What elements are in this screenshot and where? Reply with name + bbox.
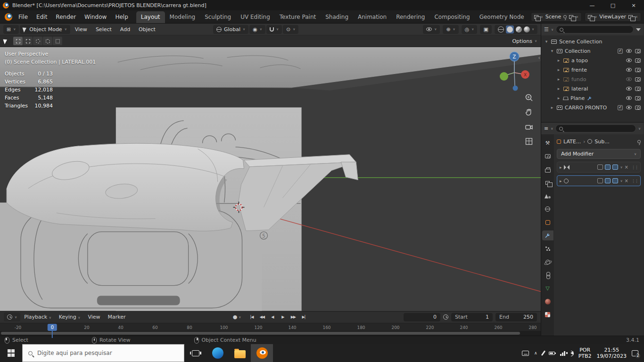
hide-eye-icon[interactable] <box>626 87 632 90</box>
toggle-xray-button[interactable]: ▣ <box>480 25 491 34</box>
hide-eye-icon[interactable] <box>626 58 632 62</box>
auto-key-button[interactable]: ●∨ <box>233 314 241 320</box>
filter-icon[interactable] <box>636 28 641 31</box>
playhead[interactable]: 0 <box>48 324 57 331</box>
disable-render-icon[interactable] <box>635 106 641 110</box>
expander-icon[interactable]: ▸ <box>556 67 561 72</box>
menu-edit[interactable]: Edit <box>32 12 51 22</box>
task-view-button[interactable] <box>184 344 206 362</box>
menu-help[interactable]: Help <box>111 12 132 22</box>
material-shading-button[interactable] <box>516 26 522 33</box>
collection-checkbox[interactable]: ✓ <box>618 49 623 54</box>
disable-render-icon[interactable] <box>635 77 641 82</box>
menu-marker[interactable]: Marker <box>104 314 130 320</box>
current-frame-field[interactable]: 0 <box>404 313 440 321</box>
outliner-row-a-topo[interactable]: ▸ a topo <box>541 56 644 65</box>
show-gizmo-dropdown[interactable]: ⊕ ∨ <box>443 25 458 34</box>
tab-uv-editing[interactable]: UV Editing <box>236 11 275 23</box>
close-button[interactable]: × <box>623 0 644 10</box>
modifier-row-2[interactable]: ▸ ∨ × ⋮⋮ <box>557 175 641 186</box>
menu-window[interactable]: Window <box>80 12 111 22</box>
menu-keying[interactable]: Keying ∨ <box>55 314 84 320</box>
breadcrumb-object-label[interactable]: LATE... <box>563 139 581 145</box>
active-tool-icon[interactable] <box>3 38 8 44</box>
expander-icon[interactable]: ▸ <box>550 105 554 110</box>
blender-menu-icon[interactable] <box>5 13 12 21</box>
start-frame-field[interactable]: Start1 <box>451 313 493 321</box>
pivot-point-dropdown[interactable]: ◉ ∨ <box>249 25 265 34</box>
tab-modifiers[interactable] <box>542 230 553 240</box>
solid-shading-button-active[interactable] <box>506 25 514 33</box>
outliner-row-frente[interactable]: ▸ frente <box>541 65 644 74</box>
pan-hand-icon[interactable] <box>525 108 533 116</box>
scrollbar-thumb[interactable] <box>1 332 520 335</box>
wireframe-shading-button[interactable] <box>498 26 504 33</box>
expander-icon[interactable]: ▸ <box>560 179 562 183</box>
disable-render-icon[interactable] <box>635 49 641 53</box>
rendered-shading-button[interactable] <box>524 26 530 33</box>
outliner-row-carro-pronto[interactable]: ▸ CARRO PRONTO ✓ <box>541 103 644 112</box>
disable-render-icon[interactable] <box>635 58 641 63</box>
render-toggle[interactable] <box>612 165 618 170</box>
sidebar-collapse-icon[interactable]: ‹ <box>538 55 540 61</box>
timeline-scrollbar[interactable] <box>0 331 541 336</box>
snap-dropdown[interactable]: ∨ <box>266 25 282 34</box>
properties-search-input[interactable] <box>555 124 636 132</box>
play-reverse-button[interactable]: ◀ <box>268 313 277 321</box>
expander-icon[interactable]: ▾ <box>550 49 554 53</box>
options-dropdown[interactable]: Options ∨ <box>512 38 537 44</box>
tab-world[interactable] <box>542 204 553 214</box>
disable-render-icon[interactable] <box>635 68 641 72</box>
remove-viewlayer-icon[interactable]: × <box>635 15 638 19</box>
expander-icon[interactable]: ▸ <box>556 86 561 91</box>
network-icon[interactable] <box>560 351 565 356</box>
add-modifier-dropdown[interactable]: Add Modifier ∨ <box>557 149 641 159</box>
realtime-toggle[interactable] <box>605 165 611 170</box>
next-keyframe-button[interactable]: ▶▶ <box>289 313 297 321</box>
drag-handle-icon[interactable]: ⋮⋮ <box>631 179 638 183</box>
properties-editor-icon[interactable]: ≡ <box>544 125 548 132</box>
edit-mode-toggle[interactable] <box>597 165 603 170</box>
outliner-row-fundo[interactable]: ▸ fundo <box>541 74 644 84</box>
menu-file[interactable]: File <box>14 12 32 22</box>
tab-view-layer[interactable] <box>542 178 553 188</box>
disable-render-icon[interactable] <box>635 87 641 91</box>
realtime-toggle[interactable] <box>605 178 611 183</box>
tab-scene[interactable] <box>542 191 553 201</box>
outliner-editor-icon[interactable]: ☰ <box>544 26 549 33</box>
tab-modeling[interactable]: Modeling <box>165 11 200 23</box>
pen-icon[interactable] <box>541 350 545 355</box>
tab-layout[interactable]: Layout <box>136 11 165 23</box>
clock[interactable]: 21:55 19/07/2023 <box>597 347 627 359</box>
start-button[interactable] <box>0 344 22 362</box>
gizmo-minus-z-axis[interactable] <box>513 86 518 91</box>
scene-selector[interactable]: ∨ Scene × <box>531 12 582 22</box>
tab-particles[interactable] <box>542 244 553 254</box>
explorer-taskbar-button[interactable] <box>229 344 251 362</box>
timeline-ruler[interactable]: -20 0 20 40 60 80 100 120 140 160 180 20… <box>0 323 541 331</box>
disable-render-icon[interactable] <box>635 96 641 100</box>
jump-to-end-button[interactable]: ▶| <box>299 313 308 321</box>
gizmo-y-axis[interactable] <box>500 72 508 81</box>
object-visibility-dropdown[interactable]: ∨ <box>423 25 440 34</box>
viewlayer-selector[interactable]: ∨ ViewLayer × <box>585 12 641 22</box>
menu-select[interactable]: Select <box>92 26 116 33</box>
tab-object[interactable] <box>542 217 553 227</box>
jump-to-start-button[interactable]: |◀ <box>247 313 256 321</box>
hidden-eye-icon[interactable] <box>626 77 632 81</box>
zoom-icon[interactable] <box>525 93 533 102</box>
timeline-editor-type-button[interactable]: ∨ <box>4 313 20 321</box>
new-scene-icon[interactable] <box>569 15 573 19</box>
edit-mode-toggle[interactable] <box>597 178 603 183</box>
tab-texture[interactable] <box>542 310 553 320</box>
tab-material[interactable] <box>542 296 553 306</box>
preview-range-icon[interactable] <box>443 314 448 320</box>
show-overlays-dropdown[interactable]: ◎ ∨ <box>462 25 478 34</box>
taskbar-search-input[interactable]: Digite aqui para pesquisar <box>22 344 184 362</box>
tab-shading[interactable]: Shading <box>321 11 353 23</box>
extras-menu-icon[interactable]: ∨ <box>620 179 622 183</box>
tab-compositing[interactable]: Compositing <box>429 11 474 23</box>
menu-object[interactable]: Object <box>135 26 159 33</box>
volume-icon[interactable] <box>570 351 573 355</box>
outliner-row-scene-collection[interactable]: ▾ Scene Collection <box>541 37 644 46</box>
